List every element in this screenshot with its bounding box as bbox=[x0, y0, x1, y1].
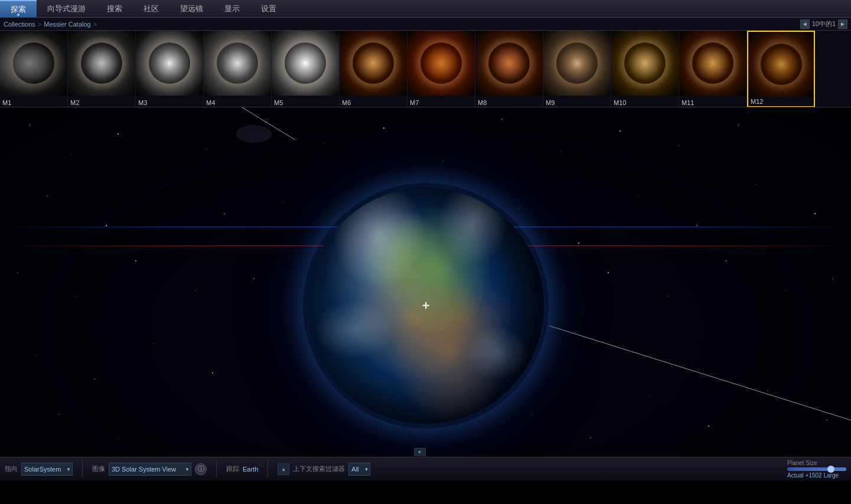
thumbnail-label-m11: M11 bbox=[682, 99, 694, 106]
svg-point-51 bbox=[650, 397, 650, 397]
earth-crosshair: ✛ bbox=[422, 301, 429, 310]
size-thumb[interactable] bbox=[827, 466, 834, 473]
thumbnail-label-m2: M2 bbox=[70, 99, 79, 106]
context-filter-label: 上下文搜索过滤器 bbox=[293, 464, 345, 473]
svg-point-47 bbox=[58, 414, 59, 414]
svg-point-16 bbox=[165, 184, 166, 185]
thumbnail-m8[interactable]: M8 bbox=[475, 31, 543, 107]
prev-page-button[interactable]: ◄ bbox=[800, 19, 810, 29]
nav-item-explore[interactable]: 探索 bbox=[0, 0, 37, 17]
nav-item-settings[interactable]: 设置 bbox=[250, 0, 287, 17]
thumbnail-m3[interactable]: M3 bbox=[136, 31, 204, 107]
svg-point-43 bbox=[35, 355, 35, 355]
top-nav: 探索 向导式漫游 搜索 社区 望远镜 显示 设置 bbox=[0, 0, 851, 18]
svg-point-7 bbox=[442, 160, 443, 161]
size-actual-text: Actual +1502 Large bbox=[787, 472, 839, 479]
svg-point-46 bbox=[212, 372, 213, 374]
thumbnail-m2[interactable]: M2 bbox=[68, 31, 136, 107]
svg-point-5 bbox=[325, 143, 325, 143]
nav-item-search[interactable]: 搜索 bbox=[96, 0, 133, 17]
breadcrumb-sep-2: > bbox=[93, 21, 97, 28]
svg-point-31 bbox=[194, 290, 195, 290]
pagination: ◄ 10中的1 ► bbox=[800, 19, 847, 29]
svg-point-44 bbox=[94, 378, 95, 379]
svg-point-23 bbox=[578, 243, 579, 244]
context-filter-section: ▲ 上下文搜索过滤器 All bbox=[278, 463, 370, 476]
svg-point-2 bbox=[118, 133, 119, 135]
nav-item-community[interactable]: 社区 bbox=[133, 0, 169, 17]
planet-size-label: Planet Size bbox=[787, 460, 817, 466]
svg-point-42 bbox=[832, 278, 833, 279]
svg-point-13 bbox=[797, 158, 798, 158]
svg-point-28 bbox=[17, 272, 18, 273]
svg-point-18 bbox=[283, 201, 283, 202]
breadcrumb-messier[interactable]: Messier Catalog bbox=[44, 21, 90, 28]
svg-point-45 bbox=[154, 343, 154, 344]
svg-point-30 bbox=[135, 260, 136, 261]
sep-1 bbox=[82, 461, 83, 477]
thumbnail-m10[interactable]: M10 bbox=[611, 31, 679, 107]
nav-item-telescope[interactable]: 望远镜 bbox=[169, 0, 214, 17]
svg-point-25 bbox=[696, 225, 697, 226]
size-track bbox=[787, 467, 846, 471]
thumbnail-label-m9: M9 bbox=[546, 99, 555, 106]
svg-point-14 bbox=[47, 195, 47, 196]
status-bar: 指向 SolarSystem 图像 3D Solar System View ⓘ… bbox=[0, 457, 851, 480]
thumbnail-label-m5: M5 bbox=[274, 99, 283, 106]
thumbnail-m9[interactable]: M9 bbox=[543, 31, 611, 107]
thumbnail-label-m8: M8 bbox=[478, 99, 487, 106]
svg-point-54 bbox=[826, 420, 827, 421]
svg-point-8 bbox=[501, 119, 503, 120]
image-label: 图像 bbox=[92, 464, 105, 473]
sep-3 bbox=[268, 461, 268, 477]
earth-globe: ✛ bbox=[308, 188, 544, 424]
thumbnail-m12[interactable]: M12 bbox=[747, 31, 815, 107]
svg-point-48 bbox=[118, 438, 119, 438]
svg-point-53 bbox=[767, 390, 768, 391]
thumbnail-m7[interactable]: M7 bbox=[407, 31, 475, 107]
pointing-section: 指向 SolarSystem bbox=[5, 463, 73, 476]
svg-point-24 bbox=[638, 196, 638, 197]
thumbnail-m5[interactable]: M5 bbox=[272, 31, 340, 107]
context-filter-dropdown[interactable]: All bbox=[348, 463, 370, 476]
svg-point-29 bbox=[77, 296, 77, 297]
pointing-dropdown[interactable]: SolarSystem bbox=[21, 463, 73, 476]
breadcrumb: Collections > Messier Catalog > bbox=[4, 21, 99, 28]
context-filter-up-button[interactable]: ▲ bbox=[278, 463, 289, 475]
image-dropdown-wrapper: 3D Solar System View bbox=[109, 463, 191, 476]
collapse-panel-button[interactable]: ▼ bbox=[414, 448, 426, 456]
svg-point-6 bbox=[383, 127, 384, 129]
svg-point-0 bbox=[29, 125, 30, 126]
thumbnail-m1[interactable]: M1 bbox=[0, 31, 68, 107]
thumbnail-m11[interactable]: M11 bbox=[679, 31, 747, 107]
planet-size-section: Planet Size Actual +1502 Large bbox=[787, 460, 846, 479]
tracking-section: 跟踪 Earth bbox=[226, 464, 258, 473]
next-page-button[interactable]: ► bbox=[838, 19, 847, 29]
thumbnail-m4[interactable]: M4 bbox=[204, 31, 272, 107]
thumbnail-label-m7: M7 bbox=[410, 99, 419, 106]
svg-point-9 bbox=[561, 152, 562, 152]
main-view[interactable]: ✛ 指向 SolarSystem 图像 3D Solar System View… bbox=[0, 107, 851, 480]
svg-point-15 bbox=[106, 225, 107, 226]
thumbnail-m6[interactable]: M6 bbox=[340, 31, 407, 107]
page-indicator: 10中的1 bbox=[812, 19, 836, 28]
breadcrumb-collections[interactable]: Collections bbox=[4, 21, 35, 28]
pointing-dropdown-wrapper: SolarSystem bbox=[21, 463, 73, 476]
image-info-button[interactable]: ⓘ bbox=[195, 463, 207, 475]
thumbnail-label-m6: M6 bbox=[342, 99, 351, 106]
svg-point-37 bbox=[549, 314, 550, 315]
image-dropdown[interactable]: 3D Solar System View bbox=[109, 463, 191, 476]
svg-point-38 bbox=[608, 272, 609, 273]
svg-point-67 bbox=[236, 125, 272, 143]
tracking-value: Earth bbox=[243, 466, 258, 473]
svg-point-17 bbox=[224, 213, 225, 214]
breadcrumb-bar: Collections > Messier Catalog > ◄ 10中的1 … bbox=[0, 18, 851, 31]
nav-item-display[interactable]: 显示 bbox=[214, 0, 250, 17]
tracking-label: 跟踪 bbox=[226, 464, 239, 473]
nav-item-guided-tour[interactable]: 向导式漫游 bbox=[37, 0, 96, 17]
svg-point-11 bbox=[679, 145, 679, 146]
svg-point-41 bbox=[785, 290, 786, 291]
svg-point-12 bbox=[738, 125, 739, 126]
thumbnail-label-m4: M4 bbox=[206, 99, 215, 106]
thumbnail-label-m10: M10 bbox=[614, 99, 626, 106]
